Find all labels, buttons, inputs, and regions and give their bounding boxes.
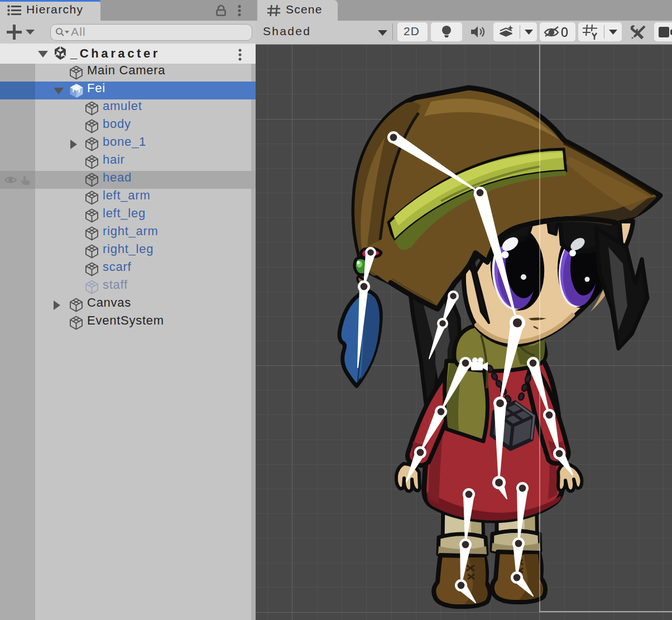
svg-text:0: 0 [561,25,568,39]
